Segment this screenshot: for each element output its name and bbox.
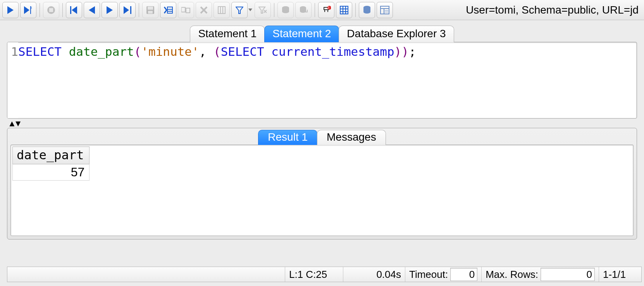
svg-marker-1	[24, 6, 29, 14]
timeout-input[interactable]	[450, 268, 477, 281]
maxrows-input[interactable]	[541, 268, 595, 281]
toolbar: I	[0, 0, 644, 20]
tab-statement-2[interactable]: Statement 2	[264, 26, 339, 42]
select-columns-button[interactable]	[214, 2, 230, 18]
grid-options-button[interactable]	[336, 2, 352, 18]
result-panel: Result 1 Messages date_part 57	[7, 128, 637, 239]
svg-rect-5	[49, 8, 53, 12]
stop-button[interactable]	[43, 2, 59, 18]
sql-editor[interactable]: 1 SELECT date_part('minute', (SELECT cur…	[7, 42, 637, 119]
reconnect-button[interactable]: !	[318, 2, 334, 18]
svg-marker-7	[72, 6, 77, 14]
sql-code[interactable]: SELECT date_part('minute', (SELECT curre…	[18, 42, 416, 118]
main-panel: Statement 1 Statement 2 Database Explore…	[7, 26, 637, 239]
svg-rect-41	[381, 6, 389, 14]
prev-record-button[interactable]	[84, 2, 100, 18]
svg-rect-15	[167, 7, 172, 13]
timeout-label: Timeout:	[409, 269, 448, 281]
tab-messages[interactable]: Messages	[317, 130, 386, 145]
svg-rect-22	[218, 7, 225, 14]
maxrows-field: Max. Rows:	[481, 267, 599, 282]
connection-label: User=tomi, Schema=public, URL=jd	[466, 4, 642, 16]
result-grid[interactable]: date_part 57	[10, 145, 634, 236]
run-button[interactable]	[2, 2, 19, 18]
status-spacer	[7, 267, 285, 282]
svg-text:!: !	[328, 6, 329, 10]
svg-rect-11	[130, 6, 131, 14]
column-header[interactable]: date_part	[13, 147, 90, 164]
filter-dropdown-caret[interactable]	[248, 2, 253, 18]
tab-statement-1[interactable]: Statement 1	[190, 26, 265, 42]
next-record-button[interactable]	[102, 2, 118, 18]
svg-rect-14	[148, 11, 153, 14]
cell-value[interactable]: 57	[13, 164, 90, 181]
line-number: 1	[7, 42, 18, 118]
last-record-button[interactable]	[119, 2, 136, 18]
run-cursor-button[interactable]: I	[20, 2, 36, 18]
filter-button[interactable]	[231, 2, 248, 18]
svg-rect-18	[181, 7, 185, 12]
db-explorer-button[interactable]	[359, 2, 375, 18]
insert-row-button[interactable]	[160, 2, 176, 18]
svg-marker-25	[236, 7, 243, 14]
statement-tabs: Statement 1 Statement 2 Database Explore…	[7, 26, 637, 42]
elapsed-time: 0.04s	[343, 267, 405, 282]
svg-rect-13	[148, 7, 153, 10]
rollback-button[interactable]	[295, 2, 312, 18]
commit-button[interactable]	[277, 2, 294, 18]
table-row: 57	[13, 164, 90, 181]
tab-db-explorer-3[interactable]: Database Explorer 3	[339, 26, 454, 42]
timeout-field: Timeout:	[405, 267, 481, 282]
maxrows-label: Max. Rows:	[486, 269, 538, 281]
delete-row-button[interactable]	[196, 2, 212, 18]
save-button[interactable]	[142, 2, 158, 18]
svg-rect-6	[70, 6, 71, 14]
svg-text:I: I	[31, 6, 32, 10]
clear-filter-button[interactable]	[255, 2, 271, 18]
svg-marker-8	[89, 6, 95, 14]
svg-marker-0	[7, 6, 14, 14]
result-tabs: Result 1 Messages	[7, 128, 637, 145]
svg-rect-19	[186, 8, 190, 13]
splitter-handle[interactable]: ▲▼	[7, 119, 637, 128]
tab-result-1[interactable]: Result 1	[258, 130, 317, 145]
show-details-button[interactable]	[377, 2, 393, 18]
svg-marker-10	[124, 6, 129, 14]
svg-rect-35	[340, 6, 348, 14]
status-bar: L:1 C:25 0.04s Timeout: Max. Rows: 1-1/1	[7, 267, 642, 282]
svg-marker-9	[107, 6, 113, 14]
cursor-position: L:1 C:25	[285, 267, 343, 282]
first-record-button[interactable]	[66, 2, 82, 18]
copy-row-button[interactable]	[178, 2, 194, 18]
row-range: 1-1/1	[599, 267, 641, 282]
